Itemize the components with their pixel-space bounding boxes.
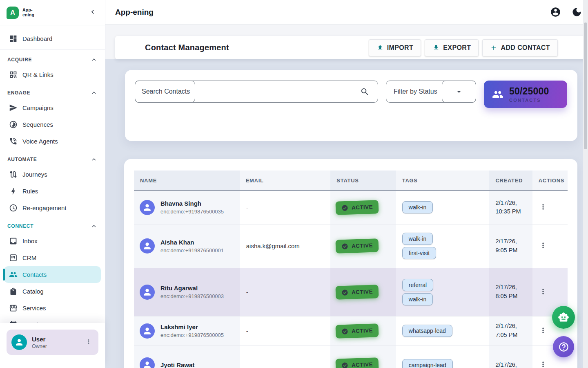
app-logo-icon: A — [7, 7, 19, 19]
created-time: 10:35 PM — [495, 207, 532, 216]
section-header-automate[interactable]: AUTOMATE — [0, 153, 105, 166]
row-actions-button[interactable] — [537, 325, 549, 337]
name-cell: Lakshmi Iyerenc:demo:+919876500005 — [134, 316, 240, 346]
created-time: 7:05 PM — [495, 331, 532, 340]
contact-name-block: Aisha Khanenc:demo:+919876500001 — [160, 239, 224, 254]
sidebar-item-appointments[interactable]: Appointments — [4, 316, 101, 323]
sidebar-collapse-button[interactable] — [87, 7, 98, 18]
sidebar-item-label: Rules — [22, 188, 38, 195]
user-info: User Owner — [32, 336, 47, 349]
contact-identity: Lakshmi Iyerenc:demo:+919876500005 — [134, 323, 240, 339]
column-header-email: EMAIL — [240, 171, 331, 191]
status-label: ACTIVE — [352, 204, 373, 211]
sidebar-item-contacts[interactable]: Contacts — [4, 266, 101, 283]
row-actions-button[interactable] — [537, 240, 549, 252]
column-header-created: CREATED — [489, 171, 532, 191]
contact-avatar-icon — [140, 285, 155, 300]
table-row: Ritu Agarwalenc:demo:+919876500003-ACTIV… — [134, 268, 568, 316]
sidebar-item-campaigns[interactable]: Campaigns — [4, 99, 101, 116]
search-field[interactable]: Search Contacts — [135, 81, 378, 103]
search-icon — [360, 87, 370, 96]
contact-management-toolbar: Contact Management IMPORT EXPORT ADD — [115, 36, 588, 59]
section-header-engage[interactable]: ENGAGE — [0, 86, 105, 99]
kanban-icon — [9, 254, 18, 262]
assistant-fab[interactable] — [552, 306, 575, 329]
tags-cell: whatsapp-lead — [396, 316, 490, 346]
section-header-connect[interactable]: CONNECT — [0, 219, 105, 233]
user-menu-button[interactable] — [84, 337, 94, 347]
sidebar-item-qr-links[interactable]: QR & Links — [4, 66, 101, 83]
sidebar-item-re-engagement[interactable]: Re-engagement — [4, 200, 101, 216]
created-cell: 2/17/26,9:05 PM — [489, 224, 532, 268]
timelapse-icon — [9, 120, 18, 129]
search-input[interactable] — [200, 83, 357, 101]
chevron-up-icon — [90, 56, 98, 63]
add-contact-button[interactable]: ADD CONTACT — [482, 39, 558, 56]
sidebar-item-crm[interactable]: CRM — [4, 249, 101, 266]
check-circle-icon — [341, 204, 349, 212]
created-cell: 2/17/26,7:05 PM — [489, 316, 532, 346]
account-button[interactable] — [550, 7, 561, 18]
created-date: 2/17/26, — [495, 361, 532, 368]
sidebar-nav: Dashboard ACQUIREQR & LinksENGAGECampaig… — [0, 25, 105, 323]
status-badge: ACTIVE — [336, 357, 379, 368]
logo-line-2: ening — [22, 13, 34, 17]
actions-cell — [532, 224, 568, 268]
tag-walk-in: walk-in — [402, 201, 433, 213]
bolt-icon — [9, 187, 18, 195]
row-actions-button[interactable] — [537, 359, 549, 368]
upload-icon — [376, 44, 384, 52]
check-circle-icon — [341, 289, 349, 296]
sidebar-item-label: CRM — [22, 254, 36, 261]
contacts-group-icon — [492, 89, 503, 100]
sidebar-item-inbox[interactable]: Inbox — [4, 233, 101, 249]
sidebar-item-label: Contacts — [22, 271, 47, 278]
status-badge: ACTIVE — [336, 200, 379, 215]
created-date: 2/17/26, — [495, 237, 532, 246]
group-icon — [9, 270, 18, 279]
tag-first-visit: first-visit — [402, 247, 436, 259]
created-date: 2/17/26, — [495, 322, 532, 331]
section-header-acquire[interactable]: ACQUIRE — [0, 53, 105, 66]
column-header-tags: TAGS — [396, 171, 490, 191]
export-button[interactable]: EXPORT — [425, 39, 479, 56]
contact-avatar-icon — [140, 200, 155, 215]
scrollbar-thumb[interactable] — [584, 22, 587, 149]
user-card[interactable]: User Owner — [7, 330, 98, 355]
sidebar-item-label: Inbox — [22, 238, 38, 245]
name-cell: Aisha Khanenc:demo:+919876500001 — [134, 224, 240, 268]
sidebar-item-dashboard[interactable]: Dashboard — [4, 30, 101, 47]
sidebar-item-label: QR & Links — [22, 71, 53, 78]
clock-icon — [9, 204, 18, 212]
column-header-actions: ACTIONS — [532, 171, 568, 191]
status-filter-select[interactable]: Filter by Status — [386, 81, 476, 103]
contact-name: Ritu Agarwal — [160, 285, 224, 292]
sidebar-item-services[interactable]: Services — [4, 300, 101, 316]
row-actions-button[interactable] — [537, 286, 549, 298]
sidebar-item-voice-agents[interactable]: Voice Agents — [4, 133, 101, 150]
plus-icon — [490, 44, 497, 52]
tag-walk-in: walk-in — [402, 293, 433, 305]
check-circle-icon — [341, 328, 349, 335]
contact-identity: Bhavna Singhenc:demo:+919876500035 — [134, 200, 240, 215]
sidebar-item-rules[interactable]: Rules — [4, 183, 101, 200]
contact-phone: enc:demo:+919876500003 — [160, 293, 224, 299]
contact-avatar-icon — [140, 238, 155, 254]
sidebar-item-label: Journeys — [22, 171, 47, 178]
help-fab[interactable] — [553, 336, 574, 357]
import-button[interactable]: IMPORT — [369, 39, 421, 56]
dark-mode-toggle[interactable] — [571, 7, 582, 18]
logo-letter: A — [10, 9, 15, 16]
sidebar-item-journeys[interactable]: Journeys — [4, 166, 101, 183]
sidebar-item-sequences[interactable]: Sequences — [4, 116, 101, 133]
contact-email: - — [240, 316, 331, 346]
qr-code-icon — [9, 70, 18, 79]
column-header-status: STATUS — [330, 171, 396, 191]
sidebar-item-catalog[interactable]: Catalog — [4, 283, 101, 300]
section-label: ACQUIRE — [7, 57, 32, 63]
user-role: Owner — [32, 343, 47, 349]
contacts-table-body: Bhavna Singhenc:demo:+919876500035-ACTIV… — [134, 191, 568, 368]
row-actions-button[interactable] — [537, 202, 549, 213]
contact-avatar-icon — [140, 323, 155, 339]
contact-email — [240, 346, 331, 368]
